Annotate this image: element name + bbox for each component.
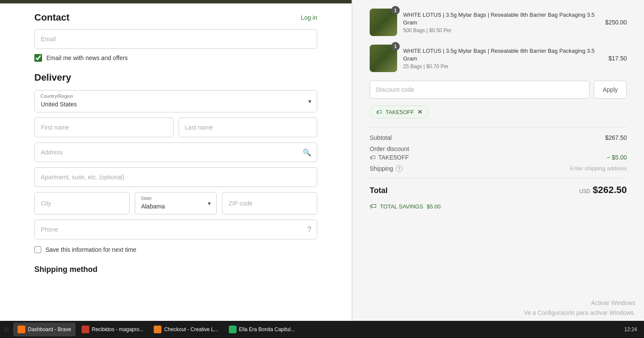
city-field[interactable]	[34, 192, 130, 214]
country-select[interactable]: United States Canada United Kingdom	[34, 90, 317, 112]
taskbar-item-1[interactable]: Recibidos - magapro...	[77, 323, 148, 336]
shipping-method-title: Shipping method	[34, 265, 317, 274]
shipping-value: Enter shipping address	[570, 165, 627, 172]
subtotal-label: Subtotal	[370, 134, 392, 141]
newsletter-row: Email me with news and offers	[34, 54, 317, 62]
tag-icon: 🏷	[376, 109, 382, 115]
contact-section-header: Contact Log in	[34, 12, 317, 23]
order-discount-coupon: 🏷 TAKE5OFF − $5.00	[370, 154, 627, 161]
subtotal-value: $267.50	[605, 134, 627, 141]
shipping-label: Shipping ?	[370, 165, 403, 172]
total-amount: $262.50	[592, 184, 627, 196]
item-2-price: $17.50	[608, 55, 627, 62]
order-summary: Subtotal $267.50 Order discount 🏷 TAKE5O…	[370, 127, 627, 210]
state-select[interactable]: Alabama Alaska Arizona California	[135, 192, 217, 214]
item-1-info: WHITE LOTUS | 3.5g Mylar Bags | Resealab…	[403, 11, 599, 33]
taskbar-item-2[interactable]: Checkout - Creative L...	[149, 323, 222, 336]
item-1-badge: 1	[391, 6, 400, 15]
total-label: Total	[370, 186, 388, 195]
delivery-title: Delivery	[34, 72, 317, 83]
name-row	[34, 118, 317, 137]
taskbar-label-0: Dashboard - Brave	[28, 326, 71, 332]
apt-row	[34, 167, 317, 187]
apply-button[interactable]: Apply	[594, 81, 627, 99]
item-2-detail: 25 Bags | $0.70 Per	[403, 63, 602, 69]
left-panel: Contact Log in Email me with news and of…	[0, 0, 352, 338]
help-icon[interactable]: ?	[307, 226, 311, 233]
email-field[interactable]	[34, 29, 317, 49]
taskbar-icon-1	[82, 326, 89, 333]
phone-wrapper: ?	[34, 220, 317, 239]
activate-subtitle: Ve a Configuración para activar Windows.	[524, 308, 635, 317]
item-1-name: WHITE LOTUS | 3.5g Mylar Bags | Resealab…	[403, 11, 599, 27]
phone-field[interactable]	[34, 220, 317, 239]
activate-title: Activar Windows	[524, 298, 635, 308]
save-info-checkbox[interactable]	[34, 246, 41, 253]
coupon-tag: 🏷 TAKE5OFF ✕	[370, 106, 429, 118]
item-1-detail: 500 Bags | $0.50 Per	[403, 27, 599, 33]
last-name-field[interactable]	[179, 118, 318, 137]
taskbar-icon-0	[18, 326, 25, 333]
taskbar-icon-2	[154, 326, 161, 333]
coupon-name-row: 🏷 TAKE5OFF	[370, 154, 409, 161]
total-currency: USD	[579, 188, 590, 194]
remove-coupon-icon[interactable]: ✕	[417, 109, 422, 115]
total-value-wrapper: USD $262.50	[579, 184, 627, 196]
taskbar: ⊞ Dashboard - Brave Recibidos - magapro.…	[0, 321, 644, 338]
contact-title: Contact	[34, 12, 70, 23]
order-item-2: 1 WHITE LOTUS | 3.5g Mylar Bags | Reseal…	[370, 45, 627, 72]
subtotal-row: Subtotal $267.50	[370, 134, 627, 141]
save-info-row: Save this information for next time	[34, 246, 317, 253]
discount-row: Apply	[370, 81, 627, 99]
order-discount-label: Order discount	[370, 145, 627, 152]
apt-field[interactable]	[34, 167, 317, 187]
taskbar-item-0[interactable]: Dashboard - Brave	[13, 323, 76, 336]
first-name-field[interactable]	[34, 118, 173, 137]
item-1-price: $250.00	[605, 19, 627, 26]
savings-row: 🏷 TOTAL SAVINGS $5.00	[370, 202, 627, 210]
address-field[interactable]	[34, 142, 317, 162]
item-2-badge: 1	[391, 42, 400, 51]
order-discount-row: Order discount 🏷 TAKE5OFF − $5.00	[370, 145, 627, 161]
order-item-1: 1 WHITE LOTUS | 3.5g Mylar Bags | Reseal…	[370, 9, 627, 36]
taskbar-item-3[interactable]: Ella Era Bonita Capitul...	[225, 323, 299, 336]
total-row: Total USD $262.50	[370, 178, 627, 196]
zip-field[interactable]	[222, 192, 317, 214]
discount-value: − $5.00	[607, 154, 627, 161]
savings-icon: 🏷	[370, 202, 377, 210]
newsletter-checkbox[interactable]	[34, 54, 42, 62]
shipping-row: Shipping ? Enter shipping address	[370, 165, 627, 172]
activate-windows-notice: Activar Windows Ve a Configuración para …	[524, 298, 635, 317]
item-2-name: WHITE LOTUS | 3.5g Mylar Bags | Resealab…	[403, 47, 602, 63]
taskbar-icon-3	[229, 326, 237, 333]
taskbar-right: 12:24	[621, 326, 641, 332]
windows-start-button[interactable]: ⊞	[3, 326, 9, 334]
city-state-zip-row: State Alabama Alaska Arizona California …	[34, 192, 317, 214]
item-1-image-wrapper: 1	[370, 9, 397, 36]
savings-label: TOTAL SAVINGS	[380, 203, 423, 210]
delivery-section: Delivery Country/Region United States Ca…	[34, 72, 317, 274]
discount-coupon-name: TAKE5OFF	[378, 154, 409, 161]
taskbar-label-2: Checkout - Creative L...	[164, 326, 218, 332]
right-panel: 1 WHITE LOTUS | 3.5g Mylar Bags | Reseal…	[352, 0, 644, 338]
discount-tag-icon: 🏷	[370, 154, 376, 161]
banner	[0, 0, 352, 3]
coupon-code-label: TAKE5OFF	[386, 109, 414, 115]
taskbar-label-3: Ella Era Bonita Capitul...	[239, 326, 295, 332]
item-2-image-wrapper: 1	[370, 45, 397, 72]
state-wrapper: State Alabama Alaska Arizona California …	[135, 192, 217, 214]
savings-amount: $5.00	[427, 203, 441, 210]
newsletter-label: Email me with news and offers	[46, 54, 128, 61]
country-region-wrapper: Country/Region United States Canada Unit…	[34, 90, 317, 112]
shipping-info-icon[interactable]: ?	[396, 165, 403, 172]
discount-input[interactable]	[370, 81, 589, 99]
log-in-link[interactable]: Log in	[301, 14, 317, 21]
taskbar-time: 12:24	[624, 326, 637, 332]
save-info-label: Save this information for next time	[46, 246, 137, 253]
page-wrapper: Contact Log in Email me with news and of…	[0, 0, 644, 338]
address-wrapper: 🔍	[34, 142, 317, 162]
taskbar-label-1: Recibidos - magapro...	[92, 326, 144, 332]
shipping-label-text: Shipping	[370, 165, 393, 172]
item-2-info: WHITE LOTUS | 3.5g Mylar Bags | Resealab…	[403, 47, 602, 69]
